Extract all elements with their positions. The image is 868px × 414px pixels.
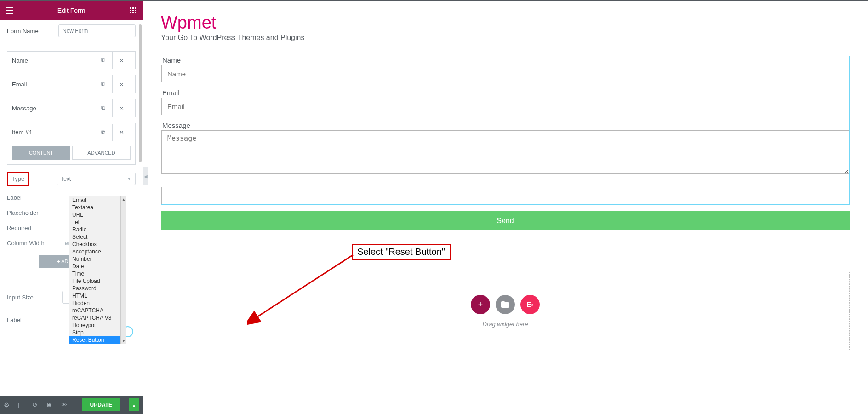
field-label: Item #4 — [12, 129, 32, 136]
sidebar-scrollbar[interactable] — [139, 24, 142, 162]
field-item-name[interactable]: Name ⧉ ✕ — [7, 51, 136, 69]
navigator-icon[interactable]: ▤ — [18, 401, 24, 408]
dropdown-option[interactable]: Radio — [69, 226, 126, 233]
form-name-input[interactable] — [58, 24, 136, 37]
field-tabs: CONTENT ADVANCED — [7, 141, 136, 165]
dropdown-option[interactable]: Honeypot — [69, 322, 126, 329]
label-label: Label — [7, 194, 62, 201]
duplicate-icon[interactable]: ⧉ — [94, 99, 112, 117]
dropdown-option[interactable]: reCAPTCHA — [69, 307, 126, 314]
chevron-down-icon: ▼ — [127, 176, 131, 181]
dropdown-option[interactable]: Hidden — [69, 299, 126, 307]
svg-rect-9 — [130, 12, 131, 13]
apps-grid-icon[interactable] — [129, 6, 138, 15]
svg-rect-1 — [6, 10, 13, 11]
history-icon[interactable]: ↺ — [32, 401, 38, 408]
svg-rect-11 — [135, 12, 136, 13]
drop-zone[interactable]: + E‹ Drag widget here — [161, 272, 850, 350]
update-caret-button[interactable]: ▴ — [129, 398, 139, 411]
dropdown-option[interactable]: Time — [69, 270, 126, 277]
dropdown-option[interactable]: Email — [69, 196, 126, 204]
close-icon[interactable]: ✕ — [112, 75, 131, 93]
email-field-input[interactable] — [161, 98, 849, 115]
dropdown-option[interactable]: Tel — [69, 218, 126, 226]
update-button[interactable]: UPDATE — [82, 398, 120, 411]
scroll-down-icon[interactable]: ▼ — [121, 338, 126, 344]
name-field-input[interactable] — [161, 65, 849, 82]
editor-sidebar: Edit Form Form Name Name ⧉ ✕ Email — [0, 1, 143, 414]
close-icon[interactable]: ✕ — [112, 124, 131, 141]
tab-advanced[interactable]: ADVANCED — [72, 146, 131, 160]
folder-button[interactable] — [496, 295, 515, 314]
dropdown-option[interactable]: HTML — [69, 292, 126, 299]
drop-text: Drag widget here — [483, 321, 528, 328]
sidebar-title: Edit Form — [14, 7, 129, 14]
type-dropdown[interactable]: ▲ ▼ EmailTextareaURLTelRadioSelectCheckb… — [69, 196, 126, 344]
dropdown-option[interactable]: Reset Button — [69, 336, 126, 344]
hamburger-icon[interactable] — [5, 6, 14, 15]
dropdown-option[interactable]: Number — [69, 255, 126, 263]
field-label: Email — [12, 81, 27, 88]
svg-rect-10 — [132, 12, 134, 13]
field-item-4[interactable]: Item #4 ⧉ ✕ — [7, 123, 136, 141]
dropdown-option[interactable]: Step — [69, 329, 126, 336]
close-icon[interactable]: ✕ — [112, 52, 131, 69]
close-icon[interactable]: ✕ — [112, 99, 131, 117]
dropdown-option[interactable]: URL — [69, 211, 126, 218]
svg-rect-7 — [132, 10, 134, 11]
form-name-label: Form Name — [7, 28, 58, 34]
svg-rect-6 — [130, 10, 131, 11]
monitor-icon: 🖥 — [64, 241, 69, 246]
sidebar-header: Edit Form — [0, 1, 143, 20]
dropdown-option[interactable]: Checkbox — [69, 241, 126, 248]
field-item-message[interactable]: Message ⧉ ✕ — [7, 99, 136, 117]
required-label: Required — [7, 224, 62, 231]
email-field-label: Email — [161, 89, 849, 97]
field-label: Message — [12, 105, 36, 112]
settings-icon[interactable]: ⚙ — [4, 401, 10, 408]
form-preview: Name Email Message — [161, 56, 850, 205]
svg-rect-4 — [132, 7, 134, 9]
brand-tagline: Your Go To WordPress Themes and Plugins — [161, 34, 850, 42]
responsive-icon[interactable]: 🖥 — [46, 401, 52, 408]
svg-rect-3 — [130, 7, 131, 9]
brand-title: Wpmet — [161, 13, 850, 33]
column-width-label: Column Width — [7, 240, 62, 247]
dropdown-option[interactable]: Select — [69, 233, 126, 241]
svg-rect-2 — [6, 13, 13, 14]
item4-field-input[interactable] — [161, 187, 849, 204]
type-label: Type — [7, 172, 29, 186]
preview-icon[interactable]: 👁 — [61, 401, 67, 408]
svg-rect-0 — [6, 7, 13, 8]
dropdown-option[interactable]: Textarea — [69, 204, 126, 211]
sidebar-body: Form Name Name ⧉ ✕ Email ⧉ ✕ Message — [0, 20, 143, 396]
tab-content[interactable]: CONTENT — [12, 146, 70, 160]
annotation-callout: Select "Reset Button" — [352, 244, 451, 260]
elementskit-button[interactable]: E‹ — [520, 295, 540, 314]
dropdown-option[interactable]: Acceptance — [69, 248, 126, 255]
dropdown-option[interactable]: File Upload — [69, 277, 126, 285]
dropdown-option[interactable]: reCAPTCHA V3 — [69, 314, 126, 322]
message-field-label: Message — [161, 121, 849, 129]
duplicate-icon[interactable]: ⧉ — [94, 52, 112, 69]
dropdown-scrollbar[interactable]: ▲ ▼ — [120, 196, 126, 344]
send-button[interactable]: Send — [161, 211, 850, 230]
dropdown-option[interactable]: Date — [69, 263, 126, 270]
field-label: Name — [12, 57, 28, 64]
duplicate-icon[interactable]: ⧉ — [94, 124, 112, 141]
message-field-input[interactable] — [161, 130, 849, 174]
placeholder-label: Placeholder — [7, 209, 62, 216]
scroll-up-icon[interactable]: ▲ — [121, 196, 126, 202]
name-field-label: Name — [161, 56, 849, 64]
label-bottom: Label — [7, 316, 62, 323]
type-select[interactable]: Text ▼ — [57, 172, 136, 185]
add-section-button[interactable]: + — [471, 295, 490, 314]
main-canvas: Wpmet Your Go To WordPress Themes and Pl… — [143, 1, 868, 414]
field-item-email[interactable]: Email ⧉ ✕ — [7, 75, 136, 93]
dropdown-option[interactable]: Password — [69, 285, 126, 292]
svg-rect-5 — [135, 7, 136, 9]
type-select-value: Text — [61, 176, 71, 182]
sidebar-footer: ⚙ ▤ ↺ 🖥 👁 UPDATE ▴ — [0, 396, 143, 414]
input-size-label: Input Size — [7, 294, 62, 301]
duplicate-icon[interactable]: ⧉ — [94, 75, 112, 93]
